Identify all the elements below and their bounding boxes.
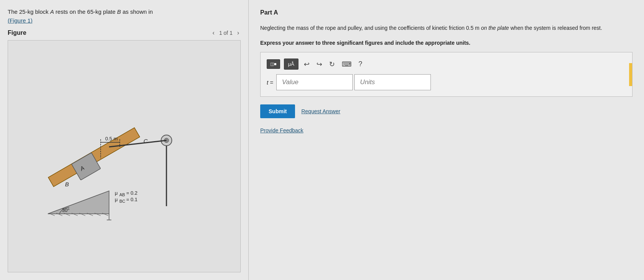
keyboard-icon: ⌨ [342,60,352,68]
mu-bc-sub: BC [119,199,125,203]
value-input[interactable] [276,74,353,90]
label-b-text: B [65,181,69,187]
grid-button[interactable]: ◫■ [267,59,280,69]
mu-button[interactable]: μÅ [284,59,298,70]
submit-button[interactable]: Submit [260,104,295,118]
mu-ab-label: μ [115,190,118,196]
figure-link[interactable]: (Figure 1) [8,17,33,24]
right-panel: Part A Neglecting the mass of the rope a… [249,0,644,280]
mu-bc-value: = 0.1 [126,197,137,202]
angle-label: 30° [62,207,70,213]
toolbar: ◫■ μÅ ↩ ↪ ↻ ⌨ ? [267,59,626,70]
figure-label: Figure [8,29,26,36]
redo-icon: ↪ [316,60,322,68]
yellow-bar [629,63,632,86]
answer-box: ◫■ μÅ ↩ ↪ ↻ ⌨ ? t = [260,52,633,97]
distance-label: 0.5 m [105,136,118,142]
description-text: Neglecting the mass of the rope and pull… [260,24,633,32]
next-figure-arrow[interactable]: › [236,29,241,37]
part-title: Part A [260,9,633,16]
undo-icon: ↩ [304,60,310,68]
keyboard-button[interactable]: ⌨ [340,59,353,69]
question-icon: ? [359,60,362,68]
physics-diagram: A B C 0.5 m 30° μ AB = 0.2 μ [25,84,224,229]
figure-container: A B C 0.5 m 30° μ AB = 0.2 μ [8,40,241,272]
problem-statement: The 25-kg block A rests on the 65-kg pla… [8,8,241,25]
mu-icon: μÅ [288,61,294,67]
units-input[interactable] [354,74,431,90]
prev-figure-arrow[interactable]: ‹ [211,29,216,37]
figure-nav: ‹ 1 of 1 › [211,29,241,37]
svg-marker-0 [48,191,109,214]
figure-header: Figure ‹ 1 of 1 › [8,29,241,37]
figure-page: 1 of 1 [219,30,233,36]
undo-button[interactable]: ↩ [302,59,311,69]
input-label: t = [267,79,273,86]
mu-ab-sub: AB [119,192,125,197]
grid-icon: ◫■ [270,62,277,67]
mu-bc-label: μ [115,197,118,202]
refresh-button[interactable]: ↻ [328,59,336,69]
input-row: t = [267,74,626,90]
provide-feedback-link[interactable]: Provide Feedback [260,127,633,133]
help-button[interactable]: ? [357,59,364,69]
request-answer-link[interactable]: Request Answer [301,108,340,114]
action-row: Submit Request Answer [260,104,633,118]
express-text: Express your answer to three significant… [260,40,633,46]
mu-ab-value: = 0.2 [126,190,137,196]
refresh-icon: ↻ [329,60,335,68]
left-panel: The 25-kg block A rests on the 65-kg pla… [0,0,249,280]
redo-button[interactable]: ↪ [315,59,324,69]
